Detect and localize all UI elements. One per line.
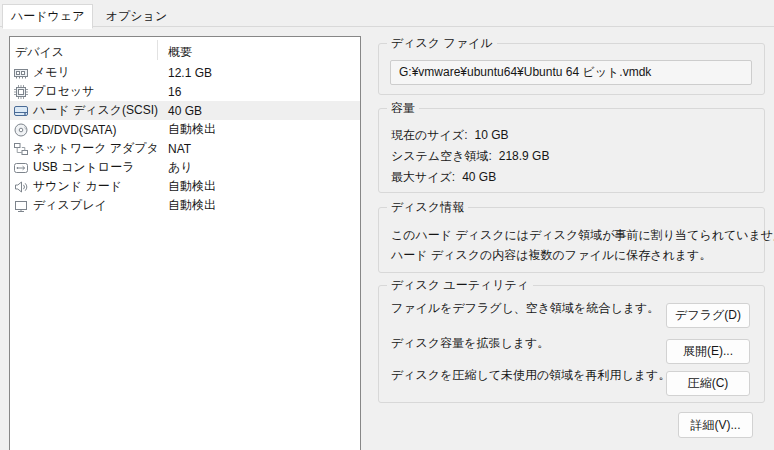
usb-controller-icon xyxy=(13,160,29,176)
sound-card-icon xyxy=(13,179,29,195)
disk-utilities-group-title: ディスク ユーティリティ xyxy=(387,277,533,294)
network-adapter-icon xyxy=(13,141,29,157)
disk-file-group-title: ディスク ファイル xyxy=(387,35,497,52)
device-label: サウンド カード xyxy=(33,178,122,195)
expand-description: ディスク容量を拡張します。 xyxy=(391,335,549,352)
processor-icon xyxy=(13,84,29,100)
display-icon xyxy=(13,198,29,214)
disk-file-path-field[interactable]: G:¥vmware¥ubuntu64¥Ubuntu 64 ビット.vmdk xyxy=(390,60,752,85)
device-row-usb-controller[interactable]: USB コントローラ あり xyxy=(10,158,360,177)
column-header-summary: 概要 xyxy=(168,44,192,61)
device-label: ネットワーク アダプタ xyxy=(33,140,159,157)
tab-options[interactable]: オプション xyxy=(97,4,176,28)
disk-info-group-title: ディスク情報 xyxy=(387,199,468,216)
system-free-space-row: システム空き領域:218.9 GB xyxy=(391,148,549,165)
system-free-space-value: 218.9 GB xyxy=(499,149,550,163)
tab-bar: ハードウェア オプション xyxy=(0,3,774,27)
device-row-processor[interactable]: プロセッサ 16 xyxy=(10,82,360,101)
disk-info-group: ディスク情報 このハード ディスクにはディスク領域が事前に割り当てられていません… xyxy=(378,207,765,273)
device-summary: 自動検出 xyxy=(168,121,216,138)
device-label: ディスプレイ xyxy=(33,197,107,214)
device-summary: あり xyxy=(168,159,193,176)
compact-description: ディスクを圧縮して未使用の領域を再利用します。 xyxy=(391,367,670,384)
device-summary: 16 xyxy=(168,85,181,99)
disk-file-group: ディスク ファイル G:¥vmware¥ubuntu64¥Ubuntu 64 ビ… xyxy=(378,43,765,95)
capacity-group-title: 容量 xyxy=(387,100,419,117)
disk-utilities-group: ディスク ユーティリティ ファイルをデフラグし、空き領域を統合します。 デフラグ… xyxy=(378,285,765,403)
device-row-memory[interactable]: メモリ 12.1 GB xyxy=(10,63,360,82)
device-summary: 自動検出 xyxy=(168,197,216,214)
expand-button[interactable]: 展開(E)... xyxy=(666,339,750,364)
compact-button[interactable]: 圧縮(C) xyxy=(666,371,750,396)
capacity-group: 容量 現在のサイズ:10 GB システム空き領域:218.9 GB 最大サイズ:… xyxy=(378,108,765,193)
device-label: USB コントローラ xyxy=(33,159,134,176)
device-row-cd-dvd[interactable]: CD/DVD(SATA) 自動検出 xyxy=(10,120,360,139)
disk-info-line: このハード ディスクにはディスク領域が事前に割り当てられていません。 xyxy=(391,227,774,244)
device-label: ハード ディスク(SCSI) xyxy=(33,102,158,119)
device-row-display[interactable]: ディスプレイ 自動検出 xyxy=(10,196,360,215)
tab-hardware[interactable]: ハードウェア xyxy=(2,4,93,29)
max-size-row: 最大サイズ:40 GB xyxy=(391,169,496,186)
max-size-label: 最大サイズ: xyxy=(391,170,455,184)
column-separator xyxy=(157,40,158,60)
disk-info-line: ハード ディスクの内容は複数のファイルに保存されます。 xyxy=(391,247,711,264)
hard-disk-icon xyxy=(13,103,29,119)
device-label: メモリ xyxy=(33,64,70,81)
current-size-label: 現在のサイズ: xyxy=(391,128,467,142)
device-list-panel: デバイス 概要 メモリ 12.1 GB プロセッサ 16 xyxy=(9,36,361,450)
max-size-value: 40 GB xyxy=(462,170,496,184)
device-row-network-adapter[interactable]: ネットワーク アダプタ NAT xyxy=(10,139,360,158)
device-summary: 40 GB xyxy=(168,104,202,118)
device-list-header: デバイス 概要 xyxy=(10,37,360,63)
device-summary: 12.1 GB xyxy=(168,66,212,80)
current-size-row: 現在のサイズ:10 GB xyxy=(391,127,509,144)
device-rows: メモリ 12.1 GB プロセッサ 16 ハード ディスク(SCSI) 40 G… xyxy=(10,63,360,215)
device-row-sound-card[interactable]: サウンド カード 自動検出 xyxy=(10,177,360,196)
defragment-button[interactable]: デフラグ(D) xyxy=(666,303,750,328)
defragment-description: ファイルをデフラグし、空き領域を統合します。 xyxy=(391,300,659,317)
device-row-hard-disk[interactable]: ハード ディスク(SCSI) 40 GB xyxy=(10,101,360,120)
column-header-device: デバイス xyxy=(15,44,64,61)
device-label: CD/DVD(SATA) xyxy=(33,123,117,137)
device-summary: 自動検出 xyxy=(168,178,216,195)
memory-icon xyxy=(13,65,29,81)
current-size-value: 10 GB xyxy=(474,128,508,142)
cd-dvd-icon xyxy=(13,122,29,138)
advanced-button[interactable]: 詳細(V)... xyxy=(678,412,753,438)
system-free-space-label: システム空き領域: xyxy=(391,149,492,163)
device-label: プロセッサ xyxy=(33,83,94,100)
device-summary: NAT xyxy=(168,142,191,156)
